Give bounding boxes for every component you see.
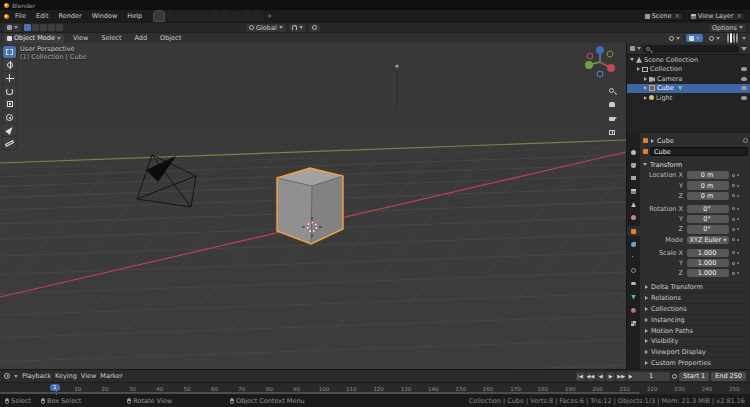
measure-tool[interactable] xyxy=(3,137,16,149)
workspace-tab[interactable] xyxy=(231,11,241,21)
outliner-root-row[interactable]: Scene Collection xyxy=(627,55,750,65)
camera-view-button[interactable] xyxy=(606,113,617,124)
overlays-dropdown[interactable] xyxy=(706,34,723,42)
viewport-menu-item[interactable]: Add xyxy=(130,33,151,43)
transform-value-field[interactable]: 1.000 xyxy=(687,259,729,267)
animate-icon[interactable] xyxy=(737,218,739,220)
select-mode-new[interactable] xyxy=(24,24,31,31)
menu-item[interactable]: Render xyxy=(54,11,85,21)
workspace-tab[interactable] xyxy=(220,11,230,21)
select-mode-subtract[interactable] xyxy=(40,24,47,31)
lock-icon[interactable] xyxy=(732,251,735,254)
lock-icon[interactable] xyxy=(732,272,735,275)
properties-tab[interactable] xyxy=(627,200,640,210)
transport-button[interactable]: |◀ xyxy=(576,372,585,381)
collapsed-panel-header[interactable]: Relations xyxy=(643,292,748,303)
menu-item[interactable]: Window xyxy=(88,11,122,21)
animate-icon[interactable] xyxy=(737,174,739,176)
transport-button[interactable]: ◀ xyxy=(596,372,605,381)
select-box-tool[interactable] xyxy=(3,46,16,58)
menu-item[interactable]: Edit xyxy=(32,11,53,21)
menu-item[interactable]: Help xyxy=(123,11,146,21)
transform-orientation-dropdown[interactable]: Global xyxy=(246,24,286,32)
transform-value-field[interactable]: 1.000 xyxy=(687,269,729,277)
viewport-menu-item[interactable]: Select xyxy=(97,33,125,43)
lock-icon[interactable] xyxy=(732,174,735,177)
outliner-row[interactable]: Cube xyxy=(627,84,750,94)
collapsed-panel-header[interactable]: Motion Paths xyxy=(643,325,748,336)
scene-selector[interactable]: Scene × xyxy=(642,12,684,21)
transform-tool[interactable] xyxy=(3,111,16,123)
current-frame-field[interactable]: 1 xyxy=(632,372,670,381)
workspace-tab[interactable] xyxy=(165,11,175,21)
rotate-tool[interactable] xyxy=(3,85,16,97)
lock-icon[interactable] xyxy=(732,194,735,197)
eye-icon[interactable] xyxy=(741,67,747,71)
properties-tab[interactable] xyxy=(627,147,640,157)
properties-tab[interactable] xyxy=(627,305,640,315)
shading-rendered-button[interactable] xyxy=(736,34,738,42)
outliner-search-input[interactable] xyxy=(643,45,739,53)
transform-value-field[interactable]: 0° xyxy=(687,215,729,223)
collapsed-panel-header[interactable]: Delta Transform xyxy=(643,282,748,293)
properties-tab[interactable] xyxy=(627,279,640,289)
collapsed-panel-header[interactable]: Custom Properties xyxy=(643,357,748,368)
3d-viewport[interactable]: User Perspective (1) Collection | Cube xyxy=(0,43,626,369)
transport-button[interactable]: ▶▶ xyxy=(616,372,626,381)
workspace-tab[interactable] xyxy=(187,11,197,21)
outliner-row[interactable]: Collection xyxy=(627,65,750,75)
lock-icon[interactable] xyxy=(732,238,735,241)
scale-tool[interactable] xyxy=(3,98,16,110)
animate-icon[interactable] xyxy=(737,272,739,274)
timeline-menu-item[interactable]: Playback xyxy=(22,372,51,380)
animate-icon[interactable] xyxy=(737,262,739,264)
proportional-editing-toggle[interactable] xyxy=(309,24,320,32)
menu-item[interactable]: File xyxy=(11,11,30,21)
workspace-tab[interactable] xyxy=(198,11,208,21)
collapsed-panel-header[interactable]: Viewport Display xyxy=(643,346,748,357)
transform-value-field[interactable]: 0 m xyxy=(687,171,729,179)
collapsed-panel-header[interactable]: Collections xyxy=(643,303,748,314)
properties-tab[interactable] xyxy=(627,266,640,276)
properties-tab[interactable] xyxy=(627,226,640,236)
remove-view-layer-button[interactable]: × xyxy=(736,12,743,20)
animate-icon[interactable] xyxy=(737,208,739,210)
zoom-button[interactable] xyxy=(606,85,617,96)
timeline-menu-item[interactable]: Keying xyxy=(55,372,77,380)
perspective-toggle-button[interactable] xyxy=(606,127,617,138)
properties-tab[interactable] xyxy=(627,292,640,302)
move-tool[interactable] xyxy=(3,72,16,84)
timeline-menu-item[interactable]: Marker xyxy=(100,372,122,380)
workspace-tab[interactable] xyxy=(253,11,263,21)
options-dropdown[interactable]: Options xyxy=(709,24,746,32)
current-frame-indicator[interactable]: 1 xyxy=(50,384,60,391)
timeline-menu-item[interactable]: View xyxy=(81,372,96,380)
transform-value-field[interactable]: 1.000 xyxy=(687,249,729,257)
timeline-editor-icon[interactable] xyxy=(4,373,10,379)
animate-icon[interactable] xyxy=(737,239,739,241)
timeline-ruler[interactable]: 1020304050607080901001101201301401501601… xyxy=(0,382,750,394)
animate-icon[interactable] xyxy=(737,195,739,197)
properties-tab[interactable] xyxy=(627,318,640,328)
workspace-tab[interactable] xyxy=(176,11,186,21)
editor-type-button[interactable] xyxy=(4,24,21,32)
cursor-tool[interactable] xyxy=(3,59,16,71)
properties-tab[interactable] xyxy=(627,173,640,183)
workspace-tab[interactable] xyxy=(209,11,219,21)
eye-icon[interactable] xyxy=(741,96,747,100)
auto-key-icon[interactable] xyxy=(672,374,677,379)
lock-icon[interactable] xyxy=(732,207,735,210)
expand-icon[interactable] xyxy=(644,96,647,100)
collapsed-panel-header[interactable]: Visibility xyxy=(643,336,748,347)
transform-panel-header[interactable]: Transform xyxy=(643,159,748,170)
shading-options-dropdown[interactable] xyxy=(742,37,746,40)
lock-icon[interactable] xyxy=(732,184,735,187)
frame-end-field[interactable]: End 250 xyxy=(711,372,746,381)
lock-icon[interactable] xyxy=(732,228,735,231)
workspace-tab[interactable] xyxy=(154,11,164,21)
filter-icon[interactable] xyxy=(741,47,747,51)
shading-material-button[interactable] xyxy=(733,34,735,42)
annotate-tool[interactable] xyxy=(3,124,16,136)
pan-button[interactable] xyxy=(606,99,617,110)
filter-mode-icon[interactable] xyxy=(630,46,635,51)
